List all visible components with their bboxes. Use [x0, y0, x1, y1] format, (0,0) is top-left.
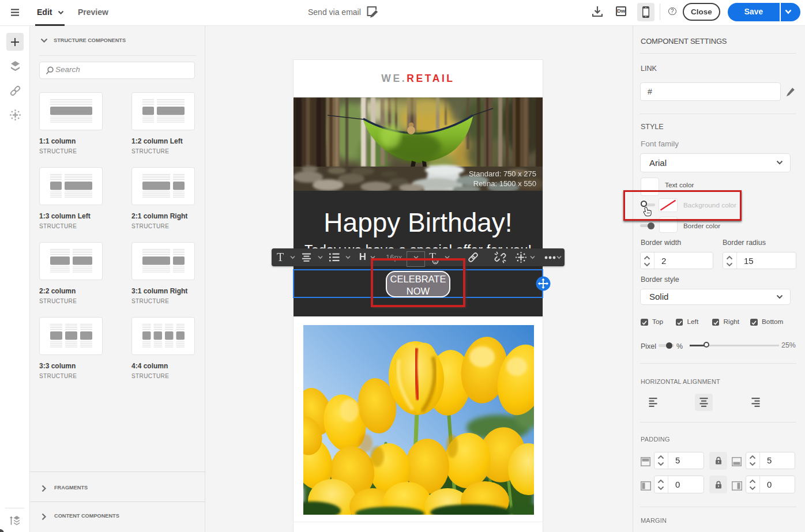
svg-text:Standard: 750 x 275: Standard: 750 x 275: [469, 169, 536, 178]
svg-text:Retina: 1500 x 550: Retina: 1500 x 550: [473, 179, 536, 188]
